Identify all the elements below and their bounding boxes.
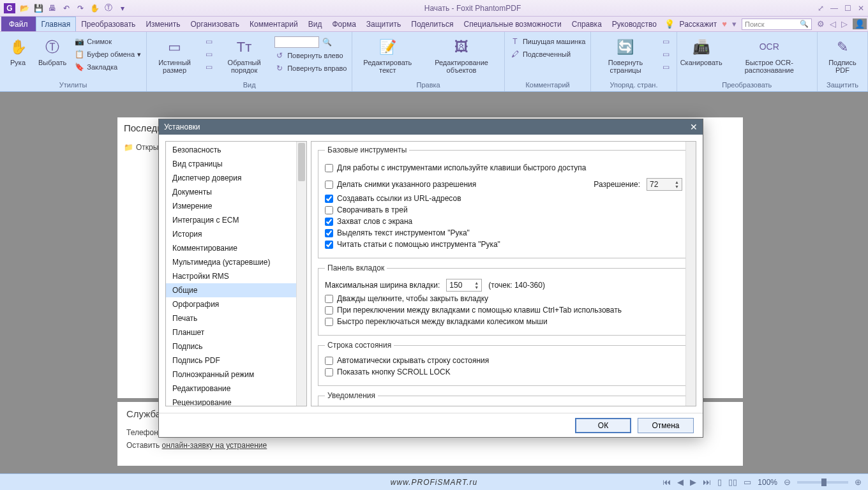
category-item[interactable]: Диспетчер доверия (166, 171, 296, 185)
snapshot-button[interactable]: 📷Снимок (73, 36, 142, 47)
rotate-left-button[interactable]: ↺Повернуть влево (273, 50, 348, 61)
category-item[interactable]: Документы (166, 185, 296, 199)
tab-accessibility[interactable]: Специальные возможности (459, 17, 567, 31)
tab-help[interactable]: Справка (567, 17, 607, 31)
category-item[interactable]: Измерение (166, 199, 296, 213)
category-item[interactable]: Комментирование (166, 241, 296, 255)
category-item[interactable]: Мультимедиа (устаревшие) (166, 255, 296, 269)
zoom-box[interactable]: 🔍 (273, 36, 348, 48)
ocr-button[interactable]: OCRБыстрое OCR-распознавание (726, 36, 813, 75)
opt-capture[interactable]: Захват слов с экрана (325, 217, 682, 226)
user-icon[interactable]: 👤 (853, 19, 867, 29)
tab-form[interactable]: Форма (327, 17, 361, 31)
category-item[interactable]: Безопасность (166, 143, 296, 157)
edit-text-button[interactable]: 📝Редактировать текст (356, 36, 419, 75)
hand-tool-icon[interactable]: ✋ (89, 3, 100, 13)
cancel-button[interactable]: Отмена (638, 418, 694, 433)
category-item[interactable]: Планшет (166, 325, 296, 339)
first-page-icon[interactable]: ⏮ (662, 477, 671, 487)
dialog-close-icon[interactable]: ✕ (690, 122, 698, 132)
gear-icon[interactable]: ⚙ (817, 19, 825, 29)
zoom-out-icon[interactable]: ⊖ (784, 477, 791, 487)
category-item[interactable]: Настройки RMS (166, 269, 296, 283)
next-page-icon[interactable]: ▶ (690, 477, 696, 487)
maximize-icon[interactable]: ☐ (844, 4, 851, 13)
maxwidth-spinner[interactable]: 150▲▼ (446, 279, 482, 292)
search-icon[interactable]: 🔍 (800, 20, 809, 28)
highlight-button[interactable]: 🖍Подсвеченный (509, 48, 587, 60)
rotate-right-button[interactable]: ↻Повернуть вправо (273, 63, 348, 74)
category-list[interactable]: БезопасностьВид страницыДиспетчер довери… (165, 141, 307, 406)
category-item[interactable]: Подпись (166, 339, 296, 353)
open-button[interactable]: 📁Откры (124, 143, 158, 152)
rotate-pages-button[interactable]: 🔄Повернуть страницы (595, 36, 655, 75)
settings-scrollbar[interactable] (685, 142, 696, 406)
select-button[interactable]: ⓉВыбрать (36, 36, 69, 68)
category-item[interactable]: Рецензирование (166, 396, 296, 406)
opt-snapshot[interactable]: Делать снимки указанного разрешения (325, 180, 476, 189)
print-icon[interactable]: 🖶 (47, 3, 57, 13)
opt-handread[interactable]: Читать статьи с помощью инструмента "Рук… (325, 240, 682, 249)
category-item[interactable]: Интеграция с ECM (166, 213, 296, 227)
actual-size-button[interactable]: ▭Истинный размер (151, 36, 198, 75)
ok-button[interactable]: ОК (575, 418, 631, 433)
layout-continuous-icon[interactable]: ▯▯ (728, 477, 737, 487)
prev-page-icon[interactable]: ◀ (677, 477, 684, 487)
reflow-button[interactable]: TтОбратный порядок (219, 36, 269, 75)
delete-button[interactable]: ▭ (660, 48, 673, 60)
last-page-icon[interactable]: ⏭ (703, 477, 711, 487)
redo-icon[interactable]: ↷ (75, 3, 86, 13)
tab-guide[interactable]: Руководство (607, 17, 662, 31)
scan-button[interactable]: 📠Сканировать (681, 36, 722, 68)
tab-organize[interactable]: Организовать (186, 17, 245, 31)
bookmark-button[interactable]: 🔖Закладка (73, 61, 142, 73)
bulb-icon[interactable]: 💡 (664, 19, 675, 29)
tab-comment[interactable]: Комментарий (244, 17, 303, 31)
category-scrollbar[interactable] (296, 142, 306, 406)
opt-shortcut[interactable]: Для работы с инструментами используйте к… (325, 163, 587, 172)
layout-facing-icon[interactable]: ▭ (744, 477, 751, 487)
fit-page-button[interactable]: ▭ (202, 36, 215, 47)
zoom-slider[interactable] (797, 481, 848, 484)
ribbon-collapse-icon[interactable]: ⤢ (818, 4, 824, 13)
file-menu[interactable]: Файл (1, 17, 36, 31)
typewriter-button[interactable]: TПишущая машинка (509, 36, 587, 47)
tab-convert[interactable]: Преобразовать (76, 17, 140, 31)
tab-edit[interactable]: Изменить (140, 17, 185, 31)
tab-protect[interactable]: Защитить (361, 17, 406, 31)
close-icon[interactable]: ✕ (858, 4, 864, 13)
tab-view[interactable]: Вид (303, 17, 327, 31)
opt-ctrltab[interactable]: При переключении между вкладками с помощ… (325, 306, 682, 315)
opt-autohide[interactable]: Автоматически скрывать строку состояния (325, 356, 682, 365)
service-link[interactable]: Оставить онлайн-заявку на устранение (126, 441, 734, 450)
layout-single-icon[interactable]: ▯ (717, 477, 722, 487)
opt-dblclose[interactable]: Дважды щелкните, чтобы закрыть вкладку (325, 294, 682, 303)
insert-button[interactable]: ▭ (660, 36, 673, 47)
minimize-icon[interactable]: — (830, 4, 838, 13)
fit-width-button[interactable]: ▭ (202, 48, 215, 60)
nav-prev-icon[interactable]: ◁ (830, 19, 836, 29)
search-box[interactable]: Поиск 🔍 (742, 19, 812, 30)
opt-wheel[interactable]: Быстро переключаться между вкладками кол… (325, 317, 682, 326)
tab-share[interactable]: Поделиться (406, 17, 458, 31)
resolution-spinner[interactable]: 72▲▼ (647, 178, 682, 191)
qat-dropdown-icon[interactable]: ▾ (117, 3, 128, 13)
heart-icon[interactable]: ♥ (722, 19, 727, 29)
opt-tray[interactable]: Сворачивать в трей (325, 205, 682, 214)
text-select-icon[interactable]: Ⓣ (103, 3, 114, 13)
chevron-down-icon[interactable]: ▾ (732, 19, 737, 29)
clipboard-button[interactable]: 📋Буфер обмена▾ (73, 48, 142, 60)
opt-scrolllock[interactable]: Показать кнопку SCROLL LOCK (325, 368, 682, 376)
open-icon[interactable]: 📂 (19, 3, 29, 13)
category-item[interactable]: Печать (166, 311, 296, 325)
tab-home[interactable]: Главная (36, 17, 77, 31)
fit-visible-button[interactable]: ▭ (202, 61, 215, 73)
extract-button[interactable]: ▭ (660, 61, 673, 73)
zoom-in-icon[interactable]: ⊕ (855, 477, 862, 487)
save-icon[interactable]: 💾 (33, 3, 43, 13)
opt-url[interactable]: Создавать ссылки из URL-адресов (325, 194, 682, 203)
opt-handselect[interactable]: Выделять текст инструментом "Рука" (325, 228, 682, 237)
edit-object-button[interactable]: 🖼Редактирование объектов (423, 36, 500, 75)
category-item[interactable]: История (166, 227, 296, 241)
sign-button[interactable]: ✎Подпись PDF (821, 36, 864, 75)
